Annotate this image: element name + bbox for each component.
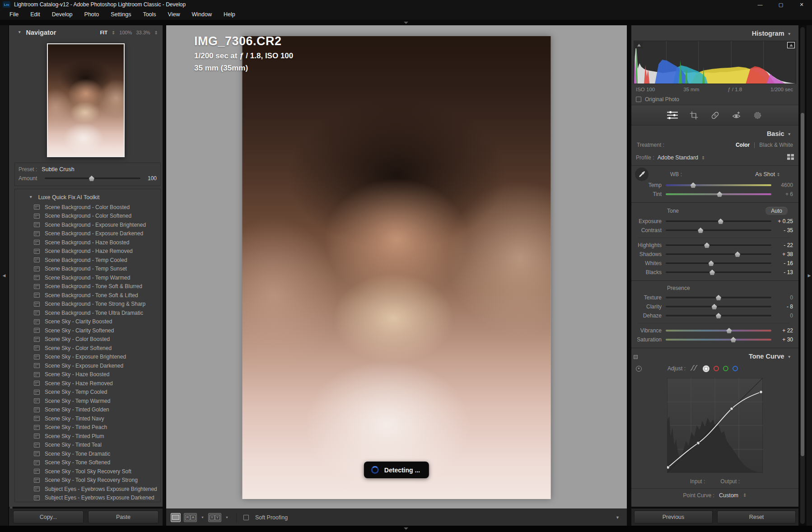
histogram-display[interactable] bbox=[634, 41, 796, 84]
zoom-100-option[interactable]: 100% bbox=[119, 30, 132, 35]
slider-thumb[interactable] bbox=[709, 261, 714, 266]
slider[interactable] bbox=[666, 336, 771, 343]
navigator-header[interactable]: ▼ Navigator FIT ⇕ 100% 33.3% ⇕ bbox=[9, 25, 163, 40]
slider-thumb[interactable] bbox=[691, 182, 696, 188]
split-dropdown-icon[interactable]: ▼ bbox=[225, 516, 229, 519]
auto-tone-button[interactable]: Auto bbox=[765, 207, 788, 215]
preset-list-item[interactable]: Scene Sky - Exposure Brightened bbox=[15, 353, 160, 362]
slider-thumb[interactable] bbox=[712, 304, 717, 309]
menu-item[interactable]: Window bbox=[186, 9, 217, 20]
treatment-color-option[interactable]: Color bbox=[736, 142, 750, 148]
disclosure-triangle-icon[interactable]: ▼ bbox=[18, 30, 21, 34]
slider-thumb[interactable] bbox=[89, 176, 94, 181]
slider[interactable] bbox=[666, 218, 771, 224]
reset-button[interactable]: Reset bbox=[717, 511, 796, 523]
preset-group-header[interactable]: ▼ Luxe Quick Fix AI Toolkit bbox=[15, 192, 160, 203]
collapse-left-icon[interactable]: ◀ bbox=[3, 273, 6, 278]
preset-list-item[interactable]: Scene Sky - Tinted Plum bbox=[15, 432, 160, 441]
toolbar-options-icon[interactable]: ▼ bbox=[616, 515, 622, 520]
preset-list-item[interactable]: Scene Background - Temp Warmed bbox=[15, 273, 160, 282]
right-panel-scrollbar[interactable] bbox=[800, 27, 805, 524]
collapse-right-icon[interactable]: ▶ bbox=[808, 273, 811, 278]
preset-list-item[interactable]: Scene Background - Temp Cooled bbox=[15, 256, 160, 265]
slider[interactable] bbox=[666, 260, 771, 266]
point-curve-select[interactable]: Custom bbox=[719, 492, 738, 499]
menu-item[interactable]: View bbox=[162, 9, 186, 20]
preset-list-item[interactable]: Scene Sky - Clarity Softened bbox=[15, 326, 160, 335]
preset-list-item[interactable]: Scene Sky - Color Boosted bbox=[15, 335, 160, 344]
slider[interactable] bbox=[666, 251, 771, 257]
disclosure-triangle-icon[interactable]: ▼ bbox=[788, 355, 791, 359]
popup-arrows-icon[interactable]: ⇕ bbox=[112, 30, 115, 35]
left-panel-collapse-edge[interactable]: ◀ bbox=[0, 25, 8, 526]
panel-mode-icon[interactable] bbox=[634, 355, 638, 359]
highlight-clipping-button[interactable] bbox=[787, 42, 795, 48]
scrollbar-thumb[interactable] bbox=[801, 113, 804, 456]
tone-curve-header[interactable]: Tone Curve ▼ bbox=[631, 348, 798, 363]
previous-button[interactable]: Previous bbox=[634, 511, 713, 523]
menu-item[interactable]: Photo bbox=[79, 9, 105, 20]
red-channel-icon[interactable] bbox=[714, 366, 719, 371]
wb-eyedropper-icon[interactable] bbox=[635, 168, 649, 181]
popup-arrows-icon[interactable]: ⇕ bbox=[701, 155, 705, 160]
maximize-button[interactable]: ▢ bbox=[770, 0, 791, 9]
slider[interactable] bbox=[666, 269, 771, 275]
disclosure-triangle-icon[interactable]: ▼ bbox=[29, 195, 33, 199]
slider-thumb[interactable] bbox=[717, 191, 722, 197]
slider-track[interactable] bbox=[666, 262, 771, 264]
tone-curve-graph[interactable] bbox=[667, 378, 763, 475]
preset-list-item[interactable]: Subject Eyes - Eyebrows Exposure Brighte… bbox=[15, 485, 160, 494]
slider[interactable] bbox=[666, 182, 771, 188]
copy-button[interactable]: Copy... bbox=[13, 511, 84, 523]
zoom-ratio-option[interactable]: 33.3% bbox=[136, 30, 150, 35]
preset-list-item[interactable]: Scene Sky - Color Softened bbox=[15, 344, 160, 353]
histogram-header[interactable]: Histogram ▼ bbox=[631, 25, 798, 40]
preset-list-item[interactable]: Scene Sky - Tool Sky Recovery Soft bbox=[15, 467, 160, 476]
slider-track[interactable] bbox=[666, 229, 771, 231]
green-channel-icon[interactable] bbox=[723, 366, 728, 371]
slider-track[interactable] bbox=[666, 339, 771, 341]
slider-thumb[interactable] bbox=[726, 328, 732, 333]
shadow-clipping-button[interactable] bbox=[635, 42, 643, 48]
disclosure-triangle-icon[interactable]: ▼ bbox=[788, 132, 791, 136]
close-button[interactable]: ✕ bbox=[791, 0, 812, 9]
preset-list-item[interactable]: Scene Sky - Haze Removed bbox=[15, 379, 160, 388]
menu-item[interactable]: Edit bbox=[24, 9, 46, 20]
preset-list-item[interactable]: Subject Eyes - Eyebrows Exposure Darkene… bbox=[15, 494, 160, 503]
preset-list-item[interactable]: Scene Background - Tone Strong & Sharp bbox=[15, 300, 160, 309]
slider-thumb[interactable] bbox=[698, 228, 703, 233]
slider-thumb[interactable] bbox=[731, 337, 736, 342]
right-panel-collapse-edge[interactable]: ▶ bbox=[807, 25, 812, 526]
healing-tool-icon[interactable] bbox=[709, 110, 721, 121]
slider-track[interactable] bbox=[666, 184, 771, 186]
slider[interactable] bbox=[666, 191, 771, 197]
popup-arrows-icon[interactable]: ⇕ bbox=[154, 30, 158, 35]
popup-arrows-icon[interactable]: ⇕ bbox=[743, 493, 747, 498]
point-curve-icon[interactable] bbox=[703, 365, 709, 372]
disclosure-triangle-icon[interactable]: ▼ bbox=[788, 32, 791, 36]
profile-browser-icon[interactable] bbox=[787, 154, 794, 161]
preset-list-item[interactable]: Scene Background - Temp Sunset bbox=[15, 265, 160, 274]
slider-track[interactable] bbox=[666, 253, 771, 255]
soft-proofing-checkbox[interactable] bbox=[243, 515, 249, 520]
preset-list-item[interactable]: Scene Background - Color Boosted bbox=[15, 203, 160, 212]
preset-list-item[interactable]: Scene Sky - Tone Softened bbox=[15, 458, 160, 467]
preset-list-item[interactable]: Scene Background - Exposure Brightened bbox=[15, 220, 160, 229]
preset-list-item[interactable]: Scene Sky - Tool Sky Recovery Strong bbox=[15, 476, 160, 485]
preset-list-item[interactable]: Scene Sky - Temp Cooled bbox=[15, 388, 160, 397]
parametric-curve-icon[interactable] bbox=[690, 364, 699, 373]
target-adjustment-icon[interactable] bbox=[636, 366, 642, 372]
filmstrip-reveal-arrow-icon[interactable] bbox=[404, 527, 408, 530]
basic-header[interactable]: Basic ▼ bbox=[631, 126, 798, 140]
slider[interactable] bbox=[666, 227, 771, 233]
slider-thumb[interactable] bbox=[735, 252, 740, 257]
preset-list-item[interactable]: Scene Sky - Clarity Boosted bbox=[15, 317, 160, 327]
slider-thumb[interactable] bbox=[709, 270, 715, 275]
before-after-split-button[interactable]: Y Y bbox=[208, 513, 221, 522]
preset-list-item[interactable]: Scene Background - Haze Removed bbox=[15, 247, 160, 256]
top-reveal-arrow-icon[interactable] bbox=[404, 22, 408, 24]
preset-list-item[interactable]: Scene Sky - Tinted Peach bbox=[15, 423, 160, 432]
basic-adjust-tool-icon[interactable] bbox=[667, 110, 678, 121]
main-photo[interactable] bbox=[243, 36, 551, 499]
blue-channel-icon[interactable] bbox=[733, 366, 738, 371]
